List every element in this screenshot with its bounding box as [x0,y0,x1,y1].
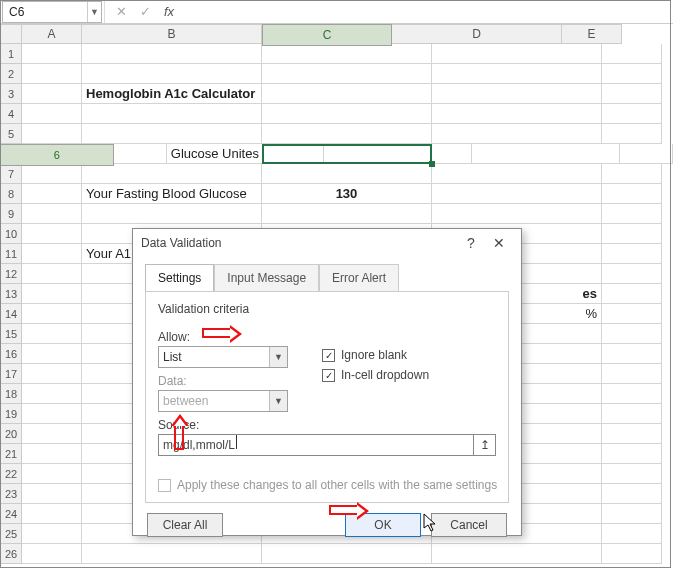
cell-A17[interactable] [22,364,82,384]
cell-A7[interactable] [22,164,82,184]
row-header[interactable]: 18 [0,384,22,404]
cell-E7[interactable] [602,164,662,184]
row-header[interactable]: 3 [0,84,22,104]
cell-E4[interactable] [602,104,662,124]
row-header[interactable]: 7 [0,164,22,184]
cell-E10[interactable] [602,224,662,244]
ignore-blank-checkbox[interactable]: ✓ Ignore blank [322,348,429,362]
cell-E11[interactable] [602,244,662,264]
cell-B9[interactable] [82,204,262,224]
row-header[interactable]: 17 [0,364,22,384]
row-header[interactable]: 19 [0,404,22,424]
cell-D6[interactable] [472,144,620,164]
cell-D8[interactable] [432,184,602,204]
row-header[interactable]: 14 [0,304,22,324]
cell-C2[interactable] [262,64,432,84]
cell-A4[interactable] [22,104,82,124]
row-header[interactable]: 23 [0,484,22,504]
cell-A6[interactable] [114,144,167,164]
cell-A25[interactable] [22,524,82,544]
cell-E5[interactable] [602,124,662,144]
row-header[interactable]: 22 [0,464,22,484]
fx-icon[interactable]: fx [157,4,181,19]
cell-C1[interactable] [262,44,432,64]
cell-C7[interactable] [262,164,432,184]
row-header[interactable]: 12 [0,264,22,284]
tab-settings[interactable]: Settings [145,264,214,292]
name-box-dropdown-icon[interactable]: ▼ [87,2,101,22]
cell-A18[interactable] [22,384,82,404]
cell-A22[interactable] [22,464,82,484]
cell-C6[interactable] [324,144,472,164]
cell-B6[interactable]: Glucose Unites [167,144,324,164]
cell-A13[interactable] [22,284,82,304]
cell-C5[interactable] [262,124,432,144]
cell-E13[interactable] [602,284,662,304]
cell-A12[interactable] [22,264,82,284]
cell-E2[interactable] [602,64,662,84]
cell-E20[interactable] [602,424,662,444]
cell-B5[interactable] [82,124,262,144]
cell-A16[interactable] [22,344,82,364]
row-header[interactable]: 11 [0,244,22,264]
cell-D9[interactable] [432,204,602,224]
dialog-help-icon[interactable]: ? [457,235,485,251]
cell-D2[interactable] [432,64,602,84]
cell-B4[interactable] [82,104,262,124]
cell-B1[interactable] [82,44,262,64]
cell-E12[interactable] [602,264,662,284]
cell-A14[interactable] [22,304,82,324]
cell-A5[interactable] [22,124,82,144]
row-header[interactable]: 20 [0,424,22,444]
cell-D3[interactable] [432,84,602,104]
row-header[interactable]: 25 [0,524,22,544]
cell-E16[interactable] [602,344,662,364]
cell-E22[interactable] [602,464,662,484]
cell-C8[interactable]: 130 [262,184,432,204]
cell-C3[interactable] [262,84,432,104]
cell-E21[interactable] [602,444,662,464]
cell-E19[interactable] [602,404,662,424]
cell-E17[interactable] [602,364,662,384]
cell-A9[interactable] [22,204,82,224]
row-header[interactable]: 26 [0,544,22,564]
clear-all-button[interactable]: Clear All [147,513,223,537]
row-header[interactable]: 9 [0,204,22,224]
formula-bar[interactable] [187,3,673,21]
row-header[interactable]: 8 [0,184,22,204]
select-all-corner[interactable] [0,24,22,44]
tab-input-message[interactable]: Input Message [214,264,319,292]
row-header[interactable]: 16 [0,344,22,364]
row-header[interactable]: 4 [0,104,22,124]
name-box[interactable]: C6 ▼ [2,1,102,23]
cell-D1[interactable] [432,44,602,64]
cell-C4[interactable] [262,104,432,124]
cell-A2[interactable] [22,64,82,84]
cell-A21[interactable] [22,444,82,464]
row-header[interactable]: 6 [0,144,114,166]
incell-dropdown-checkbox[interactable]: ✓ In-cell dropdown [322,368,429,382]
cell-A8[interactable] [22,184,82,204]
cell-A1[interactable] [22,44,82,64]
cell-E8[interactable] [602,184,662,204]
cell-A11[interactable] [22,244,82,264]
row-header[interactable]: 21 [0,444,22,464]
row-header[interactable]: 1 [0,44,22,64]
cell-E15[interactable] [602,324,662,344]
tab-error-alert[interactable]: Error Alert [319,264,399,292]
apply-to-others-checkbox[interactable]: Apply these changes to all other cells w… [158,478,497,492]
cancel-button[interactable]: Cancel [431,513,507,537]
col-header-c[interactable]: C [262,24,392,46]
col-header-e[interactable]: E [562,24,622,44]
cell-B7[interactable] [82,164,262,184]
cell-E6[interactable] [620,144,673,164]
cell-E3[interactable] [602,84,662,104]
cell-A19[interactable] [22,404,82,424]
cell-C9[interactable] [262,204,432,224]
row-header[interactable]: 10 [0,224,22,244]
dialog-close-icon[interactable]: ✕ [485,235,513,251]
cell-D5[interactable] [432,124,602,144]
cell-B2[interactable] [82,64,262,84]
cell-E25[interactable] [602,524,662,544]
fill-handle[interactable] [429,161,435,167]
